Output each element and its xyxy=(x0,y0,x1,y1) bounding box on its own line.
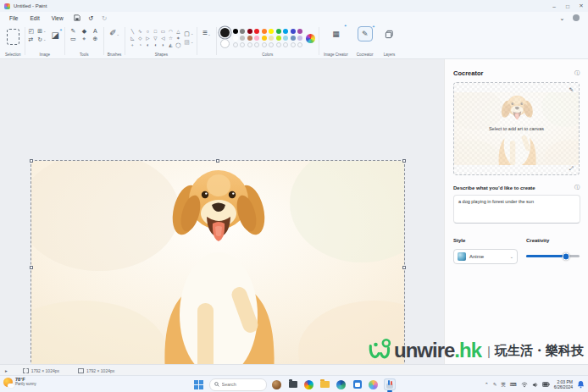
shape-tool[interactable]: ◭ xyxy=(167,41,174,48)
selection-handle[interactable] xyxy=(216,159,219,163)
generated-art-preview[interactable]: Select to add art to canvas ✎ ⤢ xyxy=(453,82,580,175)
paint-taskbar-icon[interactable] xyxy=(384,378,396,390)
menu-item[interactable]: Edit xyxy=(24,13,45,23)
crop-icon[interactable]: ◰ xyxy=(29,28,35,35)
canvas-selection[interactable] xyxy=(31,161,404,374)
palette-empty-slot[interactable] xyxy=(240,42,245,47)
eraser-icon[interactable]: ▭ xyxy=(69,36,78,42)
palette-color[interactable] xyxy=(233,29,238,34)
shape-tool[interactable]: ∿ xyxy=(136,28,143,35)
resize-icon[interactable]: ⊞⌄ xyxy=(37,28,46,35)
shape-tool[interactable]: ╲ xyxy=(129,28,136,35)
cocreator-button[interactable]: ✎✦ Cocreator xyxy=(352,24,378,58)
shape-tool[interactable]: ＋ xyxy=(129,41,136,48)
preview-expand-icon[interactable]: ⤢ xyxy=(569,165,574,172)
selection-tool-group[interactable]: Selection xyxy=(2,24,25,58)
stroke-size-icon[interactable]: ≡⌄ xyxy=(202,28,210,37)
volume-icon[interactable] xyxy=(532,382,538,388)
style-dropdown[interactable]: Anime ⌄ xyxy=(453,249,518,264)
palette-empty-slot[interactable] xyxy=(262,42,267,47)
hidden-icons-chevron[interactable]: ⌃ xyxy=(485,382,489,387)
notification-bell-icon[interactable] xyxy=(577,380,585,389)
copilot-icon[interactable] xyxy=(303,378,315,390)
shape-tool[interactable]: ◇ xyxy=(136,35,143,41)
palette-color[interactable] xyxy=(247,29,252,34)
palette-color[interactable] xyxy=(276,29,281,34)
selection-handle[interactable] xyxy=(402,159,406,163)
palette-color[interactable] xyxy=(240,36,245,41)
battery-icon[interactable] xyxy=(542,382,550,387)
palette-empty-slot[interactable] xyxy=(276,42,281,47)
color-picker-icon[interactable]: ⌖ xyxy=(80,36,89,42)
dog-image-app-icon[interactable] xyxy=(271,378,283,390)
status-expand-icon[interactable]: ▸ xyxy=(5,368,8,373)
file-explorer-icon[interactable] xyxy=(319,378,331,390)
selection-handle[interactable] xyxy=(30,159,33,163)
ribbon-collapse-chevron-icon[interactable]: ⌄ xyxy=(557,13,568,23)
text-tool-icon[interactable]: A xyxy=(91,28,100,35)
shape-fill-dropdown[interactable]: ▨⌄ xyxy=(184,39,193,46)
edge-icon[interactable] xyxy=(336,378,347,390)
color2-swatch[interactable] xyxy=(220,39,230,48)
palette-empty-slot[interactable] xyxy=(297,42,302,47)
file-explorer-dark-icon[interactable] xyxy=(287,378,299,390)
keyboard-icon[interactable]: ⌨ xyxy=(510,382,517,387)
shape-tool[interactable]: ✶ xyxy=(175,35,181,41)
minimize-button[interactable]: – xyxy=(547,0,561,12)
palette-color[interactable] xyxy=(276,36,281,41)
shape-tool[interactable]: ▽ xyxy=(152,35,158,41)
palette-empty-slot[interactable] xyxy=(283,42,288,47)
palette-color[interactable] xyxy=(254,36,259,41)
taskbar-clock[interactable]: 2:03 PM 6/26/2024 xyxy=(554,379,573,389)
palette-color[interactable] xyxy=(291,36,296,41)
palette-color[interactable] xyxy=(247,36,252,41)
rotate-icon[interactable]: ↻⌄ xyxy=(37,36,46,43)
palette-color[interactable] xyxy=(297,36,302,41)
shape-tool[interactable]: □ xyxy=(152,28,158,35)
palette-color[interactable] xyxy=(291,29,296,34)
save-icon[interactable] xyxy=(72,13,83,23)
selection-handle[interactable] xyxy=(402,266,406,269)
image-creator-button[interactable]: ▦✦ Image Creator xyxy=(319,24,352,58)
palette-empty-slot[interactable] xyxy=(269,42,274,47)
start-button[interactable] xyxy=(193,378,205,390)
palette-color[interactable] xyxy=(269,36,274,41)
cocreator-info-icon[interactable]: ⓘ xyxy=(574,69,580,77)
wifi-icon[interactable] xyxy=(521,382,528,388)
shape-tool[interactable]: △ xyxy=(175,28,181,35)
color1-swatch[interactable] xyxy=(220,28,230,37)
fill-icon[interactable]: ◆ xyxy=(80,28,89,35)
shape-tool[interactable]: ○ xyxy=(144,28,151,35)
shape-tool[interactable]: ◠ xyxy=(167,28,174,35)
shape-tool[interactable]: ◐ xyxy=(144,41,151,48)
ime-indicator[interactable]: 英 xyxy=(501,382,506,388)
selection-tool-icon[interactable] xyxy=(7,29,19,45)
palette-color[interactable] xyxy=(283,29,288,34)
shape-tool[interactable]: ◯ xyxy=(175,41,181,48)
account-avatar[interactable] xyxy=(573,14,580,21)
pen-tray-icon[interactable]: ✎ xyxy=(493,382,497,387)
menu-item[interactable]: File xyxy=(3,13,24,23)
shape-tool[interactable]: ◁ xyxy=(159,35,166,41)
shape-tool[interactable]: ◔ xyxy=(136,41,143,48)
shape-outline-dropdown[interactable]: ▢⌄ xyxy=(184,30,193,37)
background-removal-icon[interactable]: ◪✦ xyxy=(51,30,58,40)
describe-info-icon[interactable]: ⓘ xyxy=(574,184,580,191)
palette-color[interactable] xyxy=(262,29,267,34)
layers-button[interactable]: Layers xyxy=(378,24,402,58)
palette-color[interactable] xyxy=(283,36,288,41)
palette-empty-slot[interactable] xyxy=(291,42,296,47)
prompt-input[interactable]: a dog playing in forest under the sun xyxy=(453,195,580,224)
shape-tool[interactable]: ◺ xyxy=(129,35,136,41)
palette-empty-slot[interactable] xyxy=(254,42,259,47)
brush-icon[interactable]: ✐⌄ xyxy=(109,28,119,37)
redo-icon[interactable]: ↻ xyxy=(99,13,110,23)
magnifier-icon[interactable]: ⊕ xyxy=(91,36,100,42)
shape-tool[interactable]: ▭ xyxy=(159,28,166,35)
pencil-icon[interactable]: ✎ xyxy=(69,28,78,35)
maximize-button[interactable]: □ xyxy=(561,0,574,12)
palette-color[interactable] xyxy=(262,36,267,41)
shape-tool[interactable]: ☆ xyxy=(167,35,174,41)
palette-empty-slot[interactable] xyxy=(233,42,238,47)
edit-colors-icon[interactable] xyxy=(306,34,315,43)
